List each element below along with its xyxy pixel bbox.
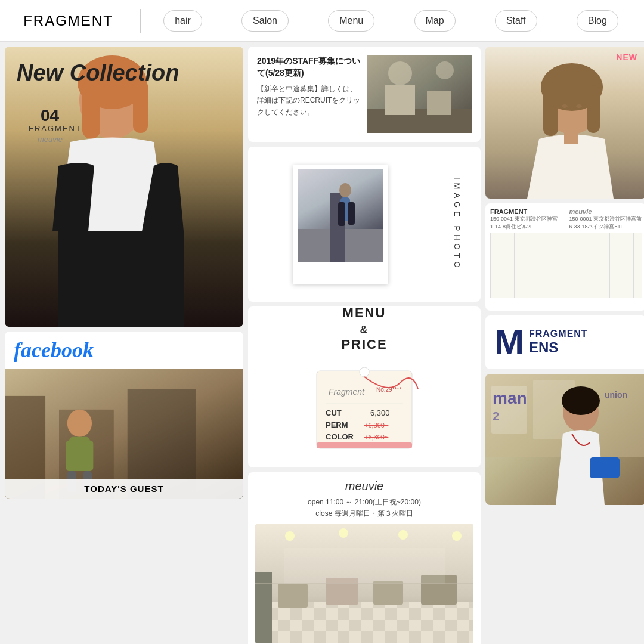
- mens-text: FRAGMENT ENS: [529, 329, 588, 356]
- svg-text:2: 2: [493, 410, 499, 423]
- svg-rect-28: [348, 202, 355, 225]
- map-card[interactable]: FRAGMENT 150-0041 東京都渋谷区神宮1-14-8眞住ビル2F m…: [485, 203, 644, 311]
- recruit-title: 2019年のSTAFF募集について(5/28更新): [257, 55, 361, 79]
- svg-point-81: [562, 386, 600, 415]
- recruit-body: 【新卒と中途募集】詳しくは、詳細は下記のRECRUITをクリックしてください。: [257, 83, 361, 118]
- map-image: FRAGMENT meuvie: [490, 233, 642, 298]
- svg-point-63: [576, 104, 582, 108]
- collection-subbrand: meuvie: [38, 135, 63, 144]
- image-photo-label-area: IMAGE PHOTO: [433, 171, 481, 277]
- recruit-text-area: 2019年のSTAFF募集について(5/28更新) 【新卒と中途募集】詳しくは、…: [257, 55, 361, 133]
- meuvle-hours: open 11:00 ～ 21:00(土日祝~20:00) close 毎週月曜…: [255, 497, 473, 519]
- svg-rect-46: [278, 584, 308, 608]
- facebook-card[interactable]: facebook: [5, 332, 243, 499]
- svg-text:Fragment: Fragment: [329, 387, 365, 397]
- salon-interior-illustration: [255, 524, 473, 643]
- main-grid: New Collection 04 FRAGMENT meuvie facebo…: [0, 42, 644, 644]
- mens-m-letter: M: [494, 324, 524, 360]
- recruit-image: [367, 55, 472, 133]
- mens-model-illustration: man 2 union: [485, 374, 644, 505]
- menu-price-content: MENU & PRICE Fragment No.29: [305, 306, 424, 467]
- new-collection-bg: [5, 47, 243, 327]
- model-illustration: [5, 47, 243, 327]
- nav-menu[interactable]: Menu: [328, 10, 374, 32]
- nav-blog[interactable]: Blog: [577, 10, 618, 32]
- fragment-address: 150-0041 東京都渋谷区神宮1-14-8眞住ビル2F: [490, 215, 558, 230]
- polaroid-area: [248, 156, 433, 293]
- recruit-card[interactable]: 2019年のSTAFF募集について(5/28更新) 【新卒と中途募集】詳しくは、…: [248, 47, 481, 142]
- map-header: FRAGMENT 150-0041 東京都渋谷区神宮1-14-8眞住ビル2F m…: [490, 208, 642, 230]
- collection-brand: FRAGMENT: [29, 124, 82, 133]
- fragment-map-name: FRAGMENT: [490, 208, 558, 215]
- header: FRAGMENT hair Salon Menu Map Staff Blog: [0, 0, 644, 42]
- mens-ens-text: ENS: [529, 339, 588, 356]
- meuvle-info-card[interactable]: meuvie open 11:00 ～ 21:00(土日祝~20:00) clo…: [248, 472, 481, 644]
- svg-rect-64: [564, 132, 578, 144]
- meuvle-open-hours: open 11:00 ～ 21:00(土日祝~20:00): [255, 497, 473, 508]
- svg-rect-82: [590, 457, 620, 478]
- svg-text:CUT: CUT: [326, 408, 342, 417]
- svg-point-62: [562, 104, 568, 108]
- polaroid-frame: [293, 165, 388, 284]
- svg-text:union: union: [605, 390, 627, 400]
- menu-amp: &: [360, 324, 369, 336]
- street-photo: [298, 169, 383, 262]
- svg-point-25: [339, 183, 351, 197]
- price-tag-container: Fragment No.29**** CUT 6,300 PERM +6,300…: [305, 359, 424, 467]
- menu-word: MENU: [343, 306, 386, 320]
- new-collection-card[interactable]: New Collection 04 FRAGMENT meuvie: [5, 47, 243, 327]
- price-tag-illustration: Fragment No.29**** CUT 6,300 PERM +6,300…: [305, 359, 424, 466]
- svg-rect-3: [82, 79, 100, 139]
- menu-price-card[interactable]: MENU & PRICE Fragment No.29: [248, 306, 481, 467]
- today-guest-label: TODAY'S GUEST: [5, 479, 243, 499]
- meuvle-address: 150-0001 東京都渋谷区神宮前6-33-18ハイツ神宮81F: [569, 215, 642, 230]
- nav-hair[interactable]: hair: [163, 10, 202, 32]
- svg-rect-4: [133, 79, 148, 133]
- map-grid: [490, 233, 642, 298]
- svg-rect-12: [66, 440, 76, 471]
- svg-point-30: [360, 367, 369, 377]
- svg-point-20: [388, 61, 412, 85]
- hair-model-illustration: [485, 47, 644, 199]
- svg-text:man: man: [493, 389, 527, 407]
- svg-rect-60: [543, 82, 558, 136]
- svg-rect-17: [367, 109, 472, 133]
- facebook-photo: TODAY'S GUEST: [5, 369, 243, 499]
- main-nav: hair Salon Menu Map Staff Blog: [144, 10, 638, 32]
- column-1: New Collection 04 FRAGMENT meuvie facebo…: [5, 47, 243, 644]
- svg-rect-13: [83, 440, 93, 471]
- mens-model-card[interactable]: man 2 union: [485, 374, 644, 505]
- nav-salon[interactable]: Salon: [242, 10, 289, 32]
- salon-photo-illustration: [367, 55, 472, 133]
- svg-rect-50: [255, 572, 272, 643]
- svg-rect-48: [373, 581, 403, 605]
- svg-text:+6,300~: +6,300~: [364, 422, 388, 429]
- svg-rect-55: [284, 548, 445, 584]
- fragment-location: FRAGMENT 150-0041 東京都渋谷区神宮1-14-8眞住ビル2F: [490, 208, 558, 230]
- image-photo-card[interactable]: IMAGE PHOTO: [248, 147, 481, 302]
- meuvle-name: meuvie: [255, 479, 473, 493]
- svg-text:COLOR: COLOR: [326, 432, 354, 441]
- meuvle-map-name: meuvie: [569, 208, 642, 215]
- svg-point-10: [67, 410, 92, 437]
- site-logo[interactable]: FRAGMENT: [6, 13, 137, 29]
- hair-model-card[interactable]: NEW: [485, 47, 644, 199]
- header-divider: [140, 9, 141, 33]
- svg-text:+6,300~: +6,300~: [364, 434, 388, 441]
- nav-map[interactable]: Map: [414, 10, 456, 32]
- svg-rect-61: [587, 85, 600, 133]
- svg-text:6,300: 6,300: [370, 408, 390, 417]
- meuvle-salon-image: [255, 524, 473, 643]
- collection-title: New Collection: [17, 58, 179, 86]
- nav-staff[interactable]: Staff: [495, 10, 537, 32]
- svg-rect-18: [385, 85, 415, 115]
- svg-point-52: [339, 528, 348, 538]
- collection-number: 04: [41, 106, 59, 125]
- polaroid-photo: [298, 169, 383, 262]
- svg-point-21: [436, 61, 454, 79]
- mens-fragment-text: FRAGMENT: [529, 329, 588, 339]
- svg-text:PERM: PERM: [326, 420, 348, 429]
- meuvle-location: meuvie 150-0001 東京都渋谷区神宮前6-33-18ハイツ神宮81F: [569, 208, 642, 230]
- fragment-mens-card[interactable]: M FRAGMENT ENS: [485, 315, 644, 369]
- svg-rect-40: [317, 442, 412, 448]
